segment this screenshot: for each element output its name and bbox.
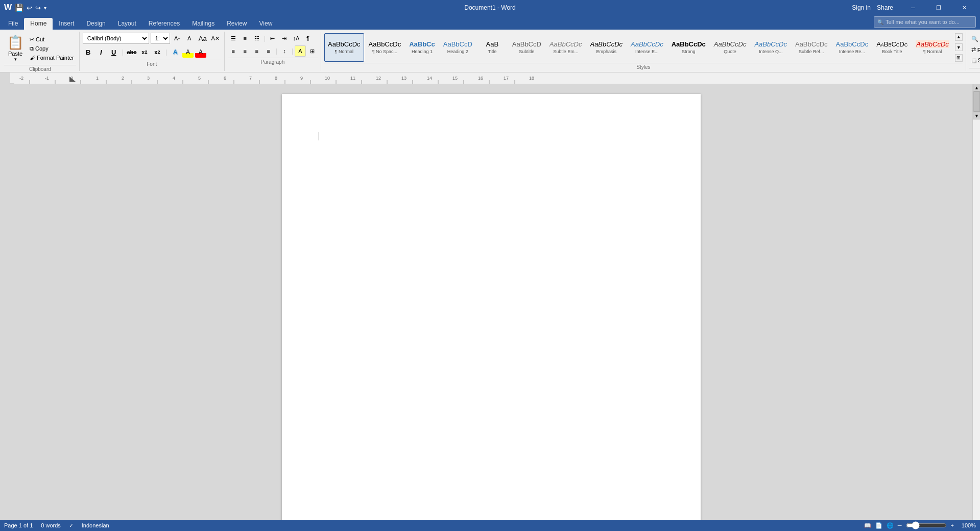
find-button[interactable]: 🔍 Find ▾ [969, 35, 980, 43]
sign-in-button[interactable]: Sign in [852, 4, 871, 11]
increase-indent-button[interactable]: ⇥ [279, 33, 290, 44]
document-scroll-area[interactable]: biemco [10, 84, 972, 520]
style-heading2[interactable]: AaBbCcD Heading 2 [440, 33, 476, 62]
font-size-select[interactable]: 11 891011 12141618 20242836 4872 [151, 33, 170, 44]
style-quote-name: Quote [724, 49, 736, 54]
language-selector[interactable]: Indonesian [82, 522, 109, 528]
read-mode-button[interactable]: 📖 [864, 522, 871, 529]
change-case-button[interactable]: Aa [197, 33, 208, 44]
tab-layout[interactable]: Layout [112, 18, 142, 30]
style-subtitle[interactable]: AaBbCcD Subtitle [509, 33, 545, 62]
sort-button[interactable]: ↕A [291, 33, 302, 44]
text-effects-button[interactable]: A [170, 46, 181, 58]
zoom-out-button[interactable]: ─ [898, 522, 902, 528]
multilevel-button[interactable]: ☷ [251, 33, 262, 44]
style-heading1[interactable]: AaBbCc Heading 1 [405, 33, 439, 62]
decrease-font-button[interactable]: A- [184, 33, 196, 44]
restore-button[interactable]: ❐ [927, 0, 950, 15]
align-center-button[interactable]: ≡ [240, 45, 251, 57]
line-spacing-button[interactable]: ↕ [279, 45, 290, 57]
style-book-title-preview: AaBbCcDc [876, 40, 907, 49]
paste-dropdown-icon[interactable]: ▾ [14, 57, 17, 62]
ribbon-search[interactable]: 🔍 Tell me what you want to do... [874, 16, 976, 28]
left-margin [0, 84, 10, 520]
close-button[interactable]: ✕ [952, 0, 976, 15]
vertical-scrollbar[interactable]: ▲ ▼ [972, 84, 980, 520]
style-book-title[interactable]: AaBbCcDc Book Title [873, 33, 911, 62]
styles-scroll-down[interactable]: ▼ [955, 43, 963, 51]
align-left-button[interactable]: ≡ [228, 45, 239, 57]
style-quote[interactable]: AaBbCcDc Quote [710, 33, 750, 62]
redo-icon[interactable]: ↪ [35, 4, 41, 12]
document-page[interactable]: biemco [282, 94, 701, 520]
italic-button[interactable]: I [95, 46, 107, 58]
copy-button[interactable]: ⧉ Copy [28, 44, 76, 53]
borders-button[interactable]: ⊞ [306, 45, 318, 57]
bold-button[interactable]: B [83, 46, 94, 58]
justify-button[interactable]: ≡ [263, 45, 274, 57]
style-intense-q[interactable]: AaBbCcDc Intense Q... [751, 33, 791, 62]
cut-icon: ✂ [30, 36, 34, 43]
styles-expand[interactable]: ⊞ [955, 54, 963, 62]
subscript-button[interactable]: x2 [139, 46, 150, 58]
spell-check-icon[interactable]: ✓ [69, 522, 74, 529]
tab-design[interactable]: Design [80, 18, 111, 30]
scroll-down-button[interactable]: ▼ [973, 112, 980, 119]
style-no-spacing[interactable]: AaBbCcDc ¶ No Spac... [365, 33, 405, 62]
strikethrough-button[interactable]: abc [126, 46, 137, 58]
scroll-up-button[interactable]: ▲ [973, 84, 980, 91]
shading-button[interactable]: A [295, 45, 306, 57]
minimize-button[interactable]: ─ [901, 0, 925, 15]
share-button[interactable]: Share [877, 4, 893, 11]
undo-icon[interactable]: ↩ [27, 4, 32, 12]
styles-scroll-up[interactable]: ▲ [955, 33, 963, 41]
tab-view[interactable]: View [253, 18, 279, 30]
zoom-in-button[interactable]: + [951, 522, 954, 528]
numbering-button[interactable]: ≡ [240, 33, 251, 44]
tab-references[interactable]: References [142, 18, 186, 30]
svg-text:9: 9 [300, 76, 303, 81]
cut-button[interactable]: ✂ Cut [28, 35, 76, 44]
style-subtle-ref[interactable]: AaBbCcDc Subtle Ref... [792, 33, 831, 62]
style-emphasis[interactable]: AaBbCcDc Emphasis [586, 33, 626, 62]
style-intense-e[interactable]: AaBbCcDc Intense E... [627, 33, 667, 62]
style-intense-ref[interactable]: AaBbCcDc Intense Re... [832, 33, 872, 62]
style-subtle-ref-name: Subtle Ref... [799, 49, 824, 54]
zoom-level[interactable]: 100% [958, 522, 976, 528]
replace-button[interactable]: ⇄ Replace [969, 45, 980, 54]
bullets-button[interactable]: ☰ [228, 33, 239, 44]
font-name-select[interactable]: Calibri (Body) [83, 33, 149, 44]
tab-insert[interactable]: Insert [53, 18, 80, 30]
style-intense-cc[interactable]: AaBbCcDc ¶ Normal [912, 33, 953, 62]
style-subtle-em[interactable]: AaBbCcDc Subtle Em... [546, 33, 586, 62]
decrease-indent-button[interactable]: ⇤ [267, 33, 278, 44]
scroll-thumb[interactable] [973, 91, 980, 112]
show-formatting-button[interactable]: ¶ [302, 33, 314, 44]
format-painter-button[interactable]: 🖌 Format Painter [28, 54, 76, 62]
tab-home[interactable]: Home [24, 18, 53, 30]
superscript-button[interactable]: x2 [152, 46, 163, 58]
scroll-track[interactable] [973, 91, 980, 112]
customize-qat-icon[interactable]: ▾ [44, 5, 46, 11]
underline-button[interactable]: U [108, 46, 119, 58]
clear-formatting-button[interactable]: A✕ [210, 33, 221, 44]
zoom-slider[interactable] [906, 521, 947, 529]
increase-font-button[interactable]: A+ [172, 33, 183, 44]
select-button[interactable]: ⬚ Select ▾ [969, 56, 980, 65]
style-strong[interactable]: AaBbCcDc Strong [668, 33, 709, 62]
save-icon[interactable]: 💾 [15, 4, 23, 12]
paste-button[interactable]: 📋 Paste ▾ [4, 33, 27, 64]
highlight-color-button[interactable]: A [182, 46, 194, 58]
web-layout-button[interactable]: 🌐 [887, 522, 894, 529]
style-heading2-name: Heading 2 [447, 49, 468, 54]
style-title[interactable]: AaB Title [477, 33, 508, 62]
tab-mailings[interactable]: Mailings [186, 18, 221, 30]
style-normal[interactable]: AaBbCcDc ¶ Normal [324, 33, 364, 62]
font-group: Calibri (Body) 11 891011 12141618 202428… [81, 32, 225, 71]
print-layout-button[interactable]: 📄 [875, 522, 882, 529]
document-content[interactable] [319, 131, 664, 142]
tab-review[interactable]: Review [221, 18, 253, 30]
align-right-button[interactable]: ≡ [251, 45, 262, 57]
tab-file[interactable]: File [2, 18, 24, 30]
font-color-button[interactable]: A [195, 46, 206, 58]
